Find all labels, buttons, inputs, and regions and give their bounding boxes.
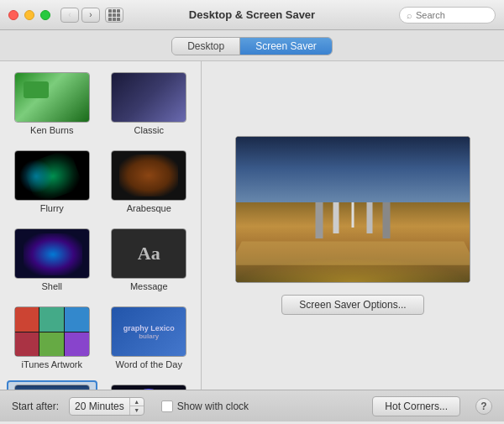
saver-label-kenburns: Ken Burns — [30, 125, 73, 135]
thumb-random — [111, 385, 186, 390]
list-item-shell[interactable]: Shell — [7, 224, 97, 296]
list-item-message[interactable]: Aa Message — [104, 224, 195, 296]
screen-saver-options-button[interactable]: Screen Saver Options... — [281, 295, 423, 315]
list-item-itunes[interactable]: iTunes Artwork — [7, 302, 97, 374]
show-with-clock: Show with clock — [161, 400, 249, 412]
thumb-aerial — [14, 385, 90, 390]
list-item-classic[interactable]: Classic — [104, 68, 195, 139]
stepper-arrows: ▲ ▼ — [130, 398, 144, 415]
stepper-up-button[interactable]: ▲ — [130, 398, 144, 407]
nav-buttons: ‹ › — [60, 8, 100, 23]
help-button[interactable]: ? — [475, 398, 492, 415]
stepper-down-button[interactable]: ▼ — [130, 406, 144, 415]
tab-group: Desktop Screen Saver — [171, 37, 333, 55]
list-item-arabesque[interactable]: Arabesque — [104, 146, 195, 217]
thumb-message: Aa — [111, 228, 186, 279]
start-after-stepper[interactable]: 20 Minutes ▲ ▼ — [69, 397, 144, 416]
search-box[interactable]: ⌕ — [399, 7, 496, 24]
minimize-button[interactable] — [24, 10, 34, 20]
saver-label-itunes: iTunes Artwork — [22, 359, 82, 369]
preview-panel: Screen Saver Options... — [202, 61, 504, 390]
hot-corners-button[interactable]: Hot Corners... — [372, 396, 460, 416]
preview-image — [235, 136, 470, 283]
saver-label-shell: Shell — [42, 281, 62, 291]
thumb-itunes — [14, 306, 90, 357]
thumb-shell — [14, 228, 90, 279]
saver-list: Ken Burns Classic Flurry Arabesque Shell — [0, 61, 202, 390]
thumb-flurry — [14, 150, 90, 201]
forward-button[interactable]: › — [81, 8, 100, 23]
search-input[interactable] — [416, 10, 488, 20]
grid-view-button[interactable] — [105, 8, 123, 23]
traffic-lights — [8, 10, 50, 20]
saver-label-classic: Classic — [134, 125, 164, 135]
show-with-clock-checkbox[interactable] — [161, 400, 173, 412]
saver-label-flurry: Flurry — [40, 203, 64, 213]
main-content: Ken Burns Classic Flurry Arabesque Shell — [0, 61, 504, 390]
back-button[interactable]: ‹ — [60, 8, 79, 23]
list-item-aerial[interactable]: Aerial — [7, 380, 97, 390]
close-button[interactable] — [8, 10, 18, 20]
list-item-random[interactable]: Random — [104, 380, 195, 390]
list-item-wordofday[interactable]: graphy Lexico bulary Word of the Day — [104, 302, 195, 374]
maximize-button[interactable] — [40, 10, 50, 20]
thumb-kenburns — [14, 72, 90, 123]
titlebar: ‹ › Desktop & Screen Saver ⌕ — [0, 0, 504, 30]
saver-label-wordofday: Word of the Day — [116, 359, 182, 369]
tab-screensaver[interactable]: Screen Saver — [240, 38, 332, 55]
tabs-row: Desktop Screen Saver — [0, 30, 504, 61]
saver-label-arabesque: Arabesque — [127, 203, 171, 213]
list-item-flurry[interactable]: Flurry — [7, 146, 97, 217]
search-icon: ⌕ — [407, 10, 412, 20]
thumb-classic — [111, 72, 186, 123]
show-with-clock-label: Show with clock — [177, 400, 249, 412]
list-item-kenburns[interactable]: Ken Burns — [7, 68, 97, 139]
window-title: Desktop & Screen Saver — [189, 8, 315, 21]
tab-desktop[interactable]: Desktop — [172, 38, 240, 55]
start-after-label: Start after: — [12, 400, 59, 412]
start-after-value: 20 Minutes — [70, 398, 130, 415]
saver-label-message: Message — [130, 281, 168, 291]
thumb-arabesque — [111, 150, 186, 201]
bottom-bar: Start after: 20 Minutes ▲ ▼ Show with cl… — [0, 390, 504, 421]
thumb-wordofday: graphy Lexico bulary — [111, 306, 186, 357]
